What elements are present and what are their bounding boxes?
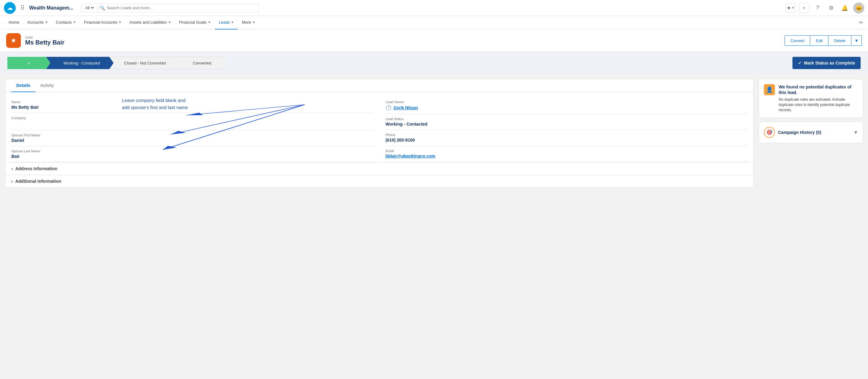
field-spouse-first-name: Spouse First Name Daniel ✏ — [11, 130, 373, 146]
stage-label-converted: Converted — [193, 61, 211, 65]
field-label-email: Email — [385, 149, 747, 153]
field-label-spouse-first: Spouse First Name — [11, 133, 373, 137]
app-name: Wealth Managem... — [29, 5, 73, 11]
gear-icon: ⚙ — [829, 5, 834, 11]
field-label-lead-status: Lead Status — [385, 117, 747, 121]
grid-icon[interactable]: ⠿ — [20, 4, 25, 12]
stage-item-working-contacted[interactable]: Working - Contacted — [46, 57, 114, 69]
field-value-email[interactable]: bblair@abankingco.com — [385, 154, 747, 158]
star-icon: ★ — [10, 36, 17, 44]
stage-item-converted[interactable]: Converted — [173, 57, 228, 69]
field-value-lead-status: Working - Contacted — [385, 122, 747, 127]
nav-item-contacts[interactable]: Contacts ▼ — [52, 16, 80, 30]
nav-item-leads[interactable]: Leads ▼ — [215, 16, 238, 30]
tab-activity[interactable]: Activity — [35, 79, 59, 92]
field-value-company — [11, 121, 373, 127]
chevron-down-icon: ▼ — [208, 21, 211, 24]
help-icon: ? — [816, 5, 819, 11]
nav-label-contacts: Contacts — [56, 20, 71, 25]
lead-owner-avatar-icon: 🕐 — [385, 105, 392, 110]
field-company: Company ✏ — [11, 113, 373, 130]
nav-item-financial-goals[interactable]: Financial Goals ▼ — [175, 16, 215, 30]
nav-item-more[interactable]: More ▼ — [238, 16, 259, 30]
nav-item-home[interactable]: Home — [5, 16, 23, 30]
stage-bar: ✓ Working - Contacted Closed - Not Conve… — [7, 57, 785, 69]
main-content: Details Activity Leave company field bla… — [0, 74, 868, 193]
mark-complete-button[interactable]: ✓ Mark Status as Complete — [793, 57, 861, 69]
form-section: Name Ms Betty Bair ✏ Company ✏ Spouse — [11, 97, 747, 162]
favorites-button[interactable]: ★ ▼ — [786, 3, 796, 13]
record-type-label: Lead — [25, 35, 64, 39]
form-fields-area: Name Ms Betty Bair ✏ Company ✏ Spouse — [5, 97, 753, 162]
field-label-company: Company — [11, 116, 373, 120]
annotation-wrapper: Leave company field blank andadd spouse'… — [5, 92, 753, 187]
campaign-chevron-down-icon[interactable]: ▼ — [854, 130, 858, 135]
record-title-block: Lead Ms Betty Bair — [25, 35, 64, 46]
duplicate-card-inner: 👤 We found no potential duplicates of th… — [764, 84, 858, 113]
chevron-down-icon: ▼ — [168, 21, 171, 24]
nav-label-assets-liabilities: Assets and Liabilities — [130, 20, 167, 25]
search-input[interactable] — [107, 5, 255, 10]
nav-item-assets-liabilities[interactable]: Assets and Liabilities ▼ — [126, 16, 175, 30]
campaign-history-title: Campaign History (0) — [778, 130, 821, 135]
field-label-name: Name — [11, 100, 373, 104]
search-icon: 🔍 — [100, 5, 105, 10]
chevron-down-icon: ▼ — [231, 21, 234, 24]
plus-icon: + — [803, 5, 805, 11]
app-navigation: Home Accounts ▼ Contacts ▼ Financial Acc… — [0, 16, 868, 30]
record-name: Ms Betty Bair — [25, 39, 64, 46]
record-header: ★ Lead Ms Betty Bair Convert Edit Delete… — [0, 30, 868, 52]
chevron-down-icon: ▼ — [252, 21, 255, 24]
nav-label-more: More — [242, 20, 251, 25]
field-label-lead-owner: Lead Owner — [385, 100, 747, 104]
search-bar: All | 🔍 — [81, 4, 259, 12]
field-name: Name Ms Betty Bair ✏ — [11, 97, 373, 113]
field-lead-status: Lead Status Working - Contacted ✏ — [385, 114, 747, 130]
right-fields: Lead Owner 🕐 Zorik Nitzan ✏ Lead Status … — [385, 97, 747, 162]
duplicate-text: We found no potential duplicates of this… — [779, 84, 858, 113]
svg-text:☁: ☁ — [7, 5, 13, 11]
chevron-down-icon: ▼ — [45, 21, 48, 24]
stage-label-working-contacted: Working - Contacted — [64, 61, 100, 65]
settings-button[interactable]: ⚙ — [826, 3, 836, 13]
convert-button[interactable]: Convert — [784, 35, 810, 46]
field-label-phone: Phone — [385, 133, 747, 137]
field-value-name: Ms Betty Bair — [11, 105, 373, 109]
campaign-history-card[interactable]: 🎯 Campaign History (0) ▼ — [758, 122, 863, 143]
record-actions: Convert Edit Delete ▼ — [784, 35, 862, 46]
bell-icon: 🔔 — [841, 5, 848, 11]
tabs-row: Details Activity — [5, 79, 753, 92]
add-button[interactable]: + — [799, 3, 809, 13]
actions-dropdown-button[interactable]: ▼ — [851, 35, 862, 46]
additional-section-label: Additional Information — [16, 179, 61, 184]
field-spouse-last-name: Spouse Last Name Bair ✏ — [11, 146, 373, 162]
stage-item-completed-check[interactable]: ✓ — [7, 57, 50, 69]
mark-complete-label: Mark Status as Complete — [804, 61, 856, 65]
duplicate-body: No duplicate rules are activated. Activa… — [779, 97, 858, 113]
field-email: Email bblair@abankingco.com ✏ — [385, 146, 747, 162]
notifications-button[interactable]: 🔔 — [840, 3, 849, 13]
nav-edit-button[interactable]: ✏ — [859, 20, 863, 26]
tab-details[interactable]: Details — [11, 79, 35, 92]
edit-button[interactable]: Edit — [810, 35, 828, 46]
nav-label-leads: Leads — [219, 20, 229, 25]
help-button[interactable]: ? — [813, 3, 823, 13]
chevron-right-icon: › — [11, 166, 13, 171]
nav-icons: ★ ▼ + ? ⚙ 🔔 🐱 — [786, 2, 864, 13]
stage-item-closed-not-converted[interactable]: Closed - Not Converted — [110, 57, 177, 69]
nav-item-accounts[interactable]: Accounts ▼ — [24, 16, 52, 30]
left-fields: Name Ms Betty Bair ✏ Company ✏ Spouse — [11, 97, 373, 162]
search-filter-dropdown[interactable]: All — [84, 5, 95, 10]
salesforce-logo[interactable]: ☁ — [4, 2, 16, 14]
delete-button[interactable]: Delete — [828, 35, 851, 46]
field-value-lead-owner[interactable]: Zorik Nitzan — [394, 105, 418, 110]
address-information-section[interactable]: › Address Information — [5, 162, 753, 175]
field-lead-owner: Lead Owner 🕐 Zorik Nitzan ✏ — [385, 97, 747, 114]
nav-label-financial-accounts: Financial Accounts — [84, 20, 117, 25]
user-avatar[interactable]: 🐱 — [853, 2, 864, 13]
duplicate-title: We found no potential duplicates of this… — [779, 84, 858, 95]
additional-information-section[interactable]: › Additional Information — [5, 175, 753, 187]
nav-item-financial-accounts[interactable]: Financial Accounts ▼ — [80, 16, 125, 30]
chevron-down-icon: ▼ — [119, 21, 122, 24]
record-header-left: ★ Lead Ms Betty Bair — [6, 33, 64, 48]
